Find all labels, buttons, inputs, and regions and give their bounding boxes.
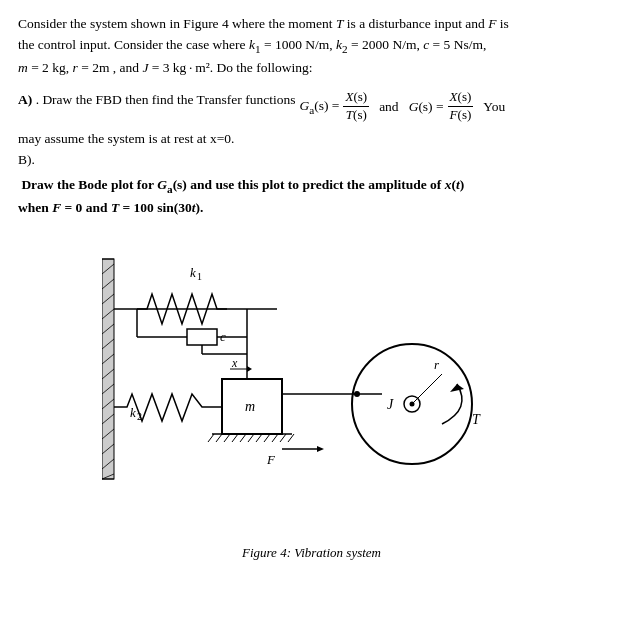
r-line — [412, 374, 442, 404]
x-label: x — [231, 356, 238, 370]
r-label: r — [434, 357, 440, 372]
section-a: A) . Draw the FBD then find the Transfer… — [18, 89, 605, 124]
svg-line-24 — [248, 434, 254, 442]
section-a-text: . Draw the FBD then find the Transfer fu… — [36, 89, 296, 111]
figure-area: k 1 c x m — [18, 229, 605, 561]
ga-denominator: T(s) — [344, 107, 369, 124]
svg-line-25 — [256, 434, 262, 442]
figure-caption: Figure 4: Vibration system — [242, 545, 381, 561]
j-label: J — [387, 397, 394, 412]
damper-box — [187, 329, 217, 345]
k1-label: k — [190, 265, 196, 280]
f-label: F — [266, 452, 276, 467]
attachment-dot — [354, 391, 360, 397]
svg-line-28 — [280, 434, 286, 442]
g-denominator: F(s) — [448, 107, 474, 124]
svg-line-29 — [288, 434, 294, 442]
section-a-line2: may assume the system is at rest at x=0. — [18, 128, 605, 150]
and-label: and — [379, 96, 399, 118]
g-numerator: X(s) — [448, 89, 474, 107]
g-fraction: X(s) F(s) — [448, 89, 474, 124]
c-label: c — [220, 329, 226, 344]
section-a-label: A) — [18, 89, 36, 111]
figure-container: k 1 c x m — [102, 229, 522, 539]
f-arrow-head — [317, 446, 324, 452]
g-label: G(s) = — [409, 96, 444, 118]
svg-line-19 — [208, 434, 214, 442]
intro-line1: Consider the system shown in Figure 4 wh… — [18, 16, 509, 31]
k2-label: k — [130, 405, 136, 420]
svg-line-27 — [272, 434, 278, 442]
figure-svg: k 1 c x m — [102, 229, 522, 539]
t-label: T — [472, 412, 481, 427]
svg-line-23 — [240, 434, 246, 442]
ga-label: Ga(s) = — [299, 95, 339, 119]
svg-line-26 — [264, 434, 270, 442]
section-b: Draw the Bode plot for Ga(s) and use thi… — [18, 175, 605, 219]
t-arrow-head — [450, 384, 464, 392]
svg-line-20 — [216, 434, 222, 442]
intro-line2: the control input. Consider the case whe… — [18, 37, 486, 52]
section-b-label: B). — [18, 149, 605, 171]
intro-line3: m = 2 kg, r = 2m , and J = 3 kg · m². Do… — [18, 60, 312, 75]
ga-expression: Ga(s) = X(s) T(s) — [299, 89, 369, 124]
g-expression: G(s) = X(s) F(s) — [409, 89, 474, 124]
svg-line-21 — [224, 434, 230, 442]
ga-fraction: X(s) T(s) — [343, 89, 369, 124]
svg-line-22 — [232, 434, 238, 442]
you-text: You — [483, 96, 505, 118]
intro-paragraph: Consider the system shown in Figure 4 wh… — [18, 14, 605, 79]
m-label: m — [245, 399, 255, 414]
k1-sub: 1 — [197, 271, 202, 282]
ga-numerator: X(s) — [343, 89, 369, 107]
transfer-functions: Ga(s) = X(s) T(s) and G(s) = X(s) F(s) Y… — [299, 89, 505, 124]
